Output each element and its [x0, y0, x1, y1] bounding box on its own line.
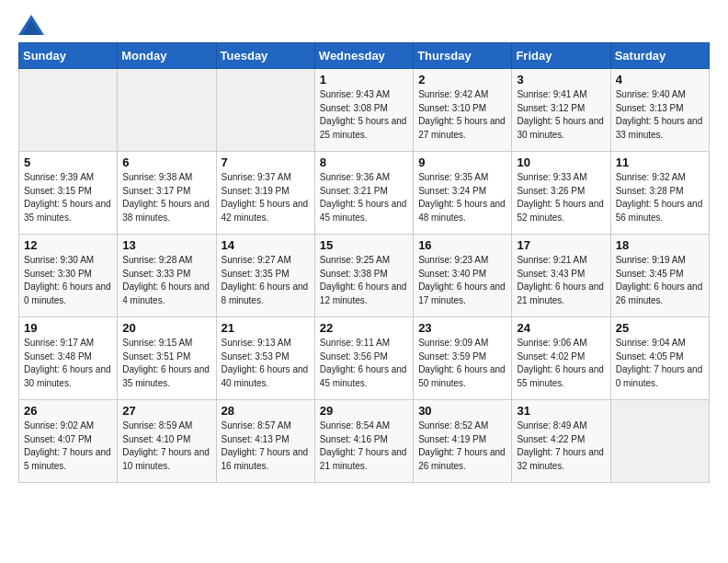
- calendar-cell: 15Sunrise: 9:25 AM Sunset: 3:38 PM Dayli…: [314, 235, 413, 317]
- cell-daylight-info: Sunrise: 9:30 AM Sunset: 3:30 PM Dayligh…: [24, 254, 112, 307]
- calendar-cell: 22Sunrise: 9:11 AM Sunset: 3:56 PM Dayli…: [314, 317, 413, 400]
- weekday-header-friday: Friday: [512, 43, 610, 69]
- cell-day-number: 19: [24, 321, 112, 335]
- calendar-week-row: 12Sunrise: 9:30 AM Sunset: 3:30 PM Dayli…: [19, 235, 710, 317]
- cell-day-number: 6: [122, 155, 210, 169]
- cell-day-number: 26: [24, 404, 112, 418]
- cell-day-number: 8: [320, 155, 408, 169]
- cell-day-number: 13: [122, 238, 210, 252]
- cell-day-number: 17: [517, 238, 605, 252]
- calendar-cell: 19Sunrise: 9:17 AM Sunset: 3:48 PM Dayli…: [19, 317, 118, 400]
- calendar-cell: 27Sunrise: 8:59 AM Sunset: 4:10 PM Dayli…: [118, 400, 216, 483]
- weekday-header-thursday: Thursday: [414, 43, 512, 69]
- cell-daylight-info: Sunrise: 9:27 AM Sunset: 3:35 PM Dayligh…: [222, 254, 310, 307]
- cell-day-number: 21: [222, 321, 310, 335]
- cell-daylight-info: Sunrise: 8:52 AM Sunset: 4:19 PM Dayligh…: [418, 419, 506, 473]
- cell-day-number: 10: [517, 155, 605, 169]
- calendar-cell: 29Sunrise: 8:54 AM Sunset: 4:16 PM Dayli…: [314, 400, 413, 483]
- calendar-table: SundayMondayTuesdayWednesdayThursdayFrid…: [18, 42, 710, 483]
- cell-daylight-info: Sunrise: 9:33 AM Sunset: 3:26 PM Dayligh…: [517, 171, 605, 224]
- cell-daylight-info: Sunrise: 9:25 AM Sunset: 3:38 PM Dayligh…: [320, 254, 408, 307]
- calendar-cell: 7Sunrise: 9:37 AM Sunset: 3:19 PM Daylig…: [216, 152, 314, 235]
- cell-daylight-info: Sunrise: 9:41 AM Sunset: 3:12 PM Dayligh…: [517, 88, 605, 142]
- cell-daylight-info: Sunrise: 9:39 AM Sunset: 3:15 PM Dayligh…: [24, 171, 112, 224]
- cell-day-number: 15: [320, 238, 408, 252]
- calendar-cell: 18Sunrise: 9:19 AM Sunset: 3:45 PM Dayli…: [610, 235, 709, 317]
- calendar-cell: 21Sunrise: 9:13 AM Sunset: 3:53 PM Dayli…: [216, 317, 314, 400]
- cell-daylight-info: Sunrise: 9:13 AM Sunset: 3:53 PM Dayligh…: [222, 337, 310, 390]
- calendar-cell: 5Sunrise: 9:39 AM Sunset: 3:15 PM Daylig…: [19, 152, 118, 235]
- cell-day-number: 18: [616, 238, 704, 252]
- calendar-cell: 25Sunrise: 9:04 AM Sunset: 4:05 PM Dayli…: [610, 317, 709, 400]
- calendar-cell: 26Sunrise: 9:02 AM Sunset: 4:07 PM Dayli…: [19, 400, 118, 483]
- logo-icon: [18, 15, 44, 35]
- cell-daylight-info: Sunrise: 8:57 AM Sunset: 4:13 PM Dayligh…: [222, 419, 310, 473]
- cell-daylight-info: Sunrise: 9:19 AM Sunset: 3:45 PM Dayligh…: [616, 254, 704, 307]
- cell-daylight-info: Sunrise: 9:23 AM Sunset: 3:40 PM Dayligh…: [418, 254, 506, 307]
- weekday-header-tuesday: Tuesday: [216, 43, 314, 69]
- cell-daylight-info: Sunrise: 9:28 AM Sunset: 3:33 PM Dayligh…: [122, 254, 210, 307]
- cell-day-number: 30: [418, 404, 506, 418]
- calendar-cell: 17Sunrise: 9:21 AM Sunset: 3:43 PM Dayli…: [512, 235, 610, 317]
- calendar-cell: [216, 69, 314, 152]
- cell-daylight-info: Sunrise: 9:21 AM Sunset: 3:43 PM Dayligh…: [517, 254, 605, 307]
- cell-day-number: 29: [320, 404, 408, 418]
- cell-day-number: 2: [418, 73, 506, 86]
- calendar-cell: 12Sunrise: 9:30 AM Sunset: 3:30 PM Dayli…: [19, 235, 118, 317]
- cell-daylight-info: Sunrise: 9:40 AM Sunset: 3:13 PM Dayligh…: [616, 88, 704, 142]
- calendar-cell: 6Sunrise: 9:38 AM Sunset: 3:17 PM Daylig…: [118, 152, 216, 235]
- calendar-week-row: 5Sunrise: 9:39 AM Sunset: 3:15 PM Daylig…: [19, 152, 710, 235]
- cell-day-number: 5: [24, 155, 112, 169]
- calendar-cell: 11Sunrise: 9:32 AM Sunset: 3:28 PM Dayli…: [610, 152, 709, 235]
- calendar-cell: 20Sunrise: 9:15 AM Sunset: 3:51 PM Dayli…: [118, 317, 216, 400]
- cell-daylight-info: Sunrise: 9:38 AM Sunset: 3:17 PM Dayligh…: [122, 171, 210, 224]
- cell-day-number: 20: [122, 321, 210, 335]
- cell-daylight-info: Sunrise: 9:15 AM Sunset: 3:51 PM Dayligh…: [122, 337, 210, 390]
- cell-daylight-info: Sunrise: 8:54 AM Sunset: 4:16 PM Dayligh…: [320, 419, 408, 473]
- calendar-page: SundayMondayTuesdayWednesdayThursdayFrid…: [0, 0, 728, 498]
- cell-day-number: 22: [320, 321, 408, 335]
- cell-daylight-info: Sunrise: 9:11 AM Sunset: 3:56 PM Dayligh…: [320, 337, 408, 390]
- cell-day-number: 7: [222, 155, 310, 169]
- calendar-cell: 30Sunrise: 8:52 AM Sunset: 4:19 PM Dayli…: [414, 400, 512, 483]
- cell-day-number: 16: [418, 238, 506, 252]
- cell-daylight-info: Sunrise: 8:49 AM Sunset: 4:22 PM Dayligh…: [517, 419, 605, 473]
- calendar-cell: 28Sunrise: 8:57 AM Sunset: 4:13 PM Dayli…: [216, 400, 314, 483]
- calendar-cell: 2Sunrise: 9:42 AM Sunset: 3:10 PM Daylig…: [414, 69, 512, 152]
- cell-daylight-info: Sunrise: 9:37 AM Sunset: 3:19 PM Dayligh…: [222, 171, 310, 224]
- cell-daylight-info: Sunrise: 9:09 AM Sunset: 3:59 PM Dayligh…: [418, 337, 506, 390]
- calendar-cell: 4Sunrise: 9:40 AM Sunset: 3:13 PM Daylig…: [610, 69, 709, 152]
- calendar-cell: 8Sunrise: 9:36 AM Sunset: 3:21 PM Daylig…: [314, 152, 413, 235]
- weekday-header-wednesday: Wednesday: [314, 43, 413, 69]
- calendar-cell: 1Sunrise: 9:43 AM Sunset: 3:08 PM Daylig…: [314, 69, 413, 152]
- cell-day-number: 28: [222, 404, 310, 418]
- cell-daylight-info: Sunrise: 9:35 AM Sunset: 3:24 PM Dayligh…: [418, 171, 506, 224]
- calendar-cell: [118, 69, 216, 152]
- cell-day-number: 12: [24, 238, 112, 252]
- calendar-cell: [610, 400, 709, 483]
- cell-daylight-info: Sunrise: 9:02 AM Sunset: 4:07 PM Dayligh…: [24, 419, 112, 473]
- header: [18, 15, 710, 35]
- calendar-cell: 3Sunrise: 9:41 AM Sunset: 3:12 PM Daylig…: [512, 69, 610, 152]
- calendar-week-row: 19Sunrise: 9:17 AM Sunset: 3:48 PM Dayli…: [19, 317, 710, 400]
- weekday-header-monday: Monday: [118, 43, 216, 69]
- cell-daylight-info: Sunrise: 9:04 AM Sunset: 4:05 PM Dayligh…: [616, 337, 704, 390]
- calendar-cell: 13Sunrise: 9:28 AM Sunset: 3:33 PM Dayli…: [118, 235, 216, 317]
- cell-daylight-info: Sunrise: 9:17 AM Sunset: 3:48 PM Dayligh…: [24, 337, 112, 390]
- cell-day-number: 3: [517, 73, 605, 86]
- cell-day-number: 1: [320, 73, 408, 86]
- cell-day-number: 14: [222, 238, 310, 252]
- cell-day-number: 25: [616, 321, 704, 335]
- calendar-week-row: 1Sunrise: 9:43 AM Sunset: 3:08 PM Daylig…: [19, 69, 710, 152]
- cell-daylight-info: Sunrise: 9:43 AM Sunset: 3:08 PM Dayligh…: [320, 88, 408, 142]
- calendar-cell: 10Sunrise: 9:33 AM Sunset: 3:26 PM Dayli…: [512, 152, 610, 235]
- weekday-header-row: SundayMondayTuesdayWednesdayThursdayFrid…: [19, 43, 710, 69]
- calendar-cell: 16Sunrise: 9:23 AM Sunset: 3:40 PM Dayli…: [414, 235, 512, 317]
- calendar-cell: 23Sunrise: 9:09 AM Sunset: 3:59 PM Dayli…: [414, 317, 512, 400]
- cell-day-number: 4: [616, 73, 704, 86]
- cell-daylight-info: Sunrise: 9:06 AM Sunset: 4:02 PM Dayligh…: [517, 337, 605, 390]
- calendar-cell: 14Sunrise: 9:27 AM Sunset: 3:35 PM Dayli…: [216, 235, 314, 317]
- cell-daylight-info: Sunrise: 9:36 AM Sunset: 3:21 PM Dayligh…: [320, 171, 408, 224]
- cell-day-number: 11: [616, 155, 704, 169]
- calendar-cell: 9Sunrise: 9:35 AM Sunset: 3:24 PM Daylig…: [414, 152, 512, 235]
